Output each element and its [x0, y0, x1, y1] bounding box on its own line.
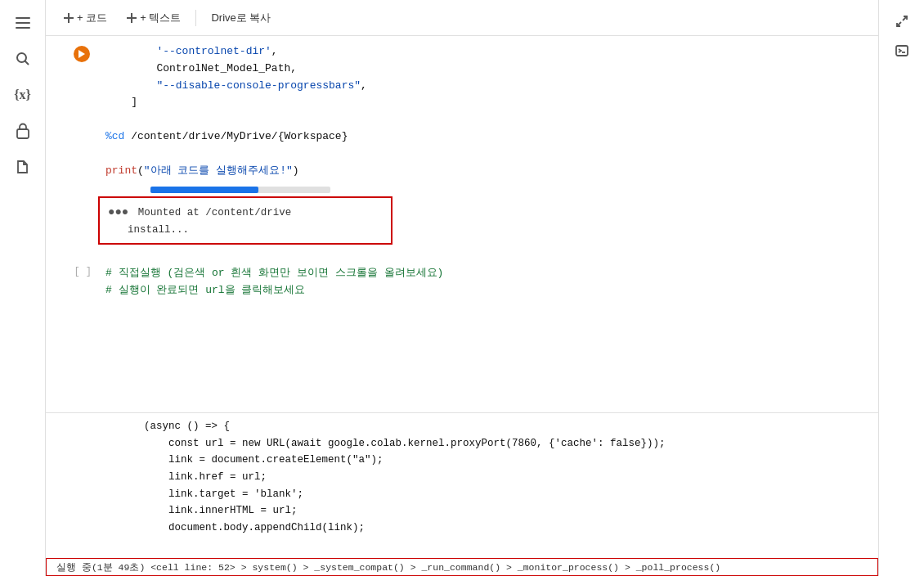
sidebar-files-icon[interactable] — [7, 151, 39, 183]
cell-gutter-2: [ ] — [46, 261, 98, 304]
main-content: + 코드 + 텍스트 Drive로 복사 '--controlnet-dir', — [46, 0, 878, 576]
sidebar-secrets-icon[interactable] — [7, 115, 39, 147]
status-bar-text: 실행 중(1분 49초) <cell line: 52> > system() … — [56, 561, 720, 574]
cell-code-1[interactable]: '--controlnet-dir', ControlNet_Model_Pat… — [98, 39, 878, 183]
cell-output-1: ●●● Mounted at /content/drive install... — [98, 196, 392, 244]
svg-line-4 — [25, 61, 29, 65]
svg-point-3 — [17, 53, 26, 62]
cell-code-2[interactable]: # 직접실행 (검은색 or 흰색 화면만 보이면 스크롤을 올려보세요) # … — [98, 261, 878, 304]
notebook: '--controlnet-dir', ControlNet_Model_Pat… — [46, 36, 878, 412]
code-cell-1: '--controlnet-dir', ControlNet_Model_Pat… — [46, 39, 878, 183]
svg-rect-1 — [16, 22, 30, 24]
bottom-panel: (async () => { const url = new URL(await… — [46, 412, 878, 576]
svg-marker-10 — [78, 50, 85, 58]
svg-rect-0 — [16, 17, 30, 19]
toolbar: + 코드 + 텍스트 Drive로 복사 — [46, 0, 878, 36]
add-code-label: + 코드 — [77, 11, 107, 25]
run-circle-active — [74, 46, 90, 62]
progress-bar-fill — [150, 187, 258, 193]
comment-line2: # 실행이 완료되면 url을 클릭해보세요 — [105, 284, 305, 296]
comment-line1: # 직접실행 (검은색 or 흰색 화면만 보이면 스크롤을 올려보세요) — [105, 267, 443, 279]
code-text-2: # 직접실행 (검은색 or 흰색 화면만 보이면 스크롤을 올려보세요) # … — [105, 265, 871, 299]
copy-to-drive-button[interactable]: Drive로 복사 — [203, 7, 279, 29]
cell-separator-2 — [46, 306, 878, 313]
cell-separator-1 — [46, 251, 878, 258]
add-text-button[interactable]: + 텍스트 — [119, 7, 189, 29]
progress-bar-container — [98, 187, 878, 193]
output-dots: ●●● — [108, 203, 128, 221]
toolbar-divider — [195, 10, 196, 26]
status-bar: 실행 중(1분 49초) <cell line: 52> > system() … — [46, 558, 878, 576]
copy-to-drive-label: Drive로 복사 — [211, 11, 271, 24]
sidebar-variables-icon[interactable]: {x} — [7, 79, 39, 111]
cell-run-button-1[interactable] — [72, 44, 92, 64]
sidebar: {x} — [0, 0, 46, 576]
cell-gutter-1 — [46, 39, 98, 183]
add-code-button[interactable]: + 코드 — [56, 7, 115, 29]
code-cell-2: [ ] # 직접실행 (검은색 or 흰색 화면만 보이면 스크롤을 올려보세요… — [46, 261, 878, 304]
cell-bracket-2: [ ] — [74, 266, 92, 277]
bottom-code: (async () => { const url = new URL(await… — [46, 413, 878, 541]
output-line1: Mounted at /content/drive — [138, 207, 292, 218]
code-text-1: '--controlnet-dir', ControlNet_Model_Pat… — [105, 43, 871, 179]
svg-rect-2 — [16, 27, 30, 29]
right-panel — [878, 0, 924, 576]
svg-rect-5 — [17, 129, 29, 138]
add-text-label: + 텍스트 — [140, 11, 181, 25]
expand-icon[interactable] — [887, 7, 917, 36]
progress-bar — [150, 187, 330, 193]
sidebar-search-icon[interactable] — [7, 43, 39, 75]
sidebar-menu-icon[interactable] — [7, 7, 39, 39]
terminal-icon[interactable] — [887, 36, 917, 65]
output-line2: install... — [128, 224, 189, 236]
